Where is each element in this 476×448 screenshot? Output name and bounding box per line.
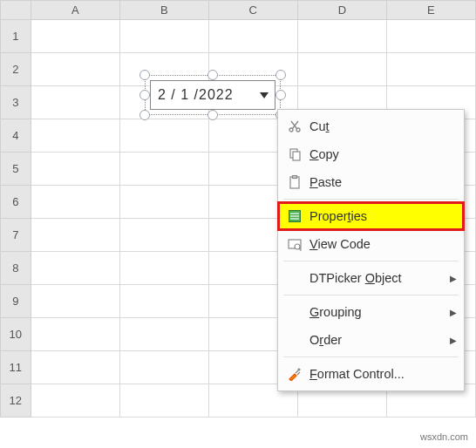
menu-item-properties[interactable]: Properties [278,202,464,230]
row-header-11[interactable]: 11 [1,351,31,384]
cell[interactable] [297,53,386,86]
cell[interactable] [119,186,208,219]
cell[interactable] [31,351,119,384]
dropdown-arrow-icon[interactable] [257,88,271,102]
resize-handle-w[interactable] [139,90,150,100]
cell[interactable] [31,186,119,219]
row-header-8[interactable]: 8 [1,252,31,285]
row-header-5[interactable]: 5 [1,153,31,186]
svg-point-1 [296,128,300,132]
menu-separator [283,356,459,357]
menu-separator [283,295,459,295]
row-header-9[interactable]: 9 [1,285,31,318]
view-code-icon [283,237,306,251]
menu-label: Grouping [306,305,450,319]
menu-separator [283,261,459,261]
col-header-A[interactable]: A [31,1,119,20]
cell[interactable] [31,252,119,285]
menu-label: View Code [306,237,457,251]
cell[interactable] [31,119,119,153]
resize-handle-ne[interactable] [275,70,286,80]
cell[interactable] [119,318,208,351]
menu-item-view-code[interactable]: View Code [278,230,464,258]
dtpicker-value: 2 / 1 /2022 [158,87,257,103]
menu-item-dtpicker-object[interactable]: DTPicker Object ▶ [278,264,464,292]
watermark: wsxdn.com [418,431,471,443]
cell[interactable] [208,20,297,53]
svg-point-0 [289,128,293,132]
scissors-icon [283,119,306,133]
cell[interactable] [386,53,475,86]
menu-item-cut[interactable]: Cut [278,112,464,140]
resize-handle-s[interactable] [207,110,218,120]
svg-point-15 [298,369,300,370]
row-header-1[interactable]: 1 [1,20,31,53]
col-header-B[interactable]: B [119,1,208,20]
copy-icon [283,147,306,161]
cell[interactable] [119,219,208,252]
resize-handle-nw[interactable] [139,70,150,80]
menu-label: Properties [306,209,457,223]
cell[interactable] [31,318,119,351]
menu-item-copy[interactable]: Copy [278,140,464,168]
menu-label: Order [306,333,450,347]
menu-label: DTPicker Object [306,271,450,285]
row-header-10[interactable]: 10 [1,318,31,351]
cell[interactable] [119,20,208,53]
select-all-corner[interactable] [1,1,31,20]
cell[interactable] [31,86,119,119]
cell[interactable] [31,219,119,252]
row-header-2[interactable]: 2 [1,53,31,86]
submenu-arrow-icon: ▶ [450,308,457,317]
menu-label: Format Control... [306,367,457,381]
col-header-E[interactable]: E [386,1,475,20]
resize-handle-sw[interactable] [139,110,150,120]
menu-separator [283,199,459,200]
menu-label: Paste [306,175,457,189]
submenu-arrow-icon: ▶ [450,336,457,345]
resize-handle-e[interactable] [275,90,286,100]
cell[interactable] [31,153,119,186]
cell[interactable] [119,351,208,384]
cell[interactable] [119,252,208,285]
clipboard-icon [283,175,306,189]
resize-handle-n[interactable] [207,70,218,80]
menu-label: Copy [306,147,457,161]
row-header-4[interactable]: 4 [1,119,31,153]
cell[interactable] [386,20,475,53]
row-header-3[interactable]: 3 [1,86,31,119]
cell[interactable] [31,285,119,318]
svg-rect-5 [293,152,300,160]
context-menu: Cut Copy Paste Properties View Code DTPi… [277,109,465,391]
cell[interactable] [119,153,208,186]
col-header-D[interactable]: D [297,1,386,20]
cell[interactable] [119,119,208,153]
cell[interactable] [31,20,119,53]
svg-rect-7 [293,176,297,179]
row-header-12[interactable]: 12 [1,384,31,417]
cell[interactable] [119,285,208,318]
menu-item-format-control[interactable]: Format Control... [278,360,464,388]
format-icon [283,367,306,381]
row-header-7[interactable]: 7 [1,219,31,252]
cell[interactable] [119,384,208,417]
col-header-C[interactable]: C [208,1,297,20]
properties-icon [283,209,306,223]
menu-item-order[interactable]: Order ▶ [278,326,464,354]
cell[interactable] [297,20,386,53]
dtpicker-control[interactable]: 2 / 1 /2022 [150,80,275,110]
cell[interactable] [31,384,119,417]
menu-item-grouping[interactable]: Grouping ▶ [278,298,464,326]
submenu-arrow-icon: ▶ [450,274,457,283]
row-header-6[interactable]: 6 [1,186,31,219]
cell[interactable] [31,53,119,86]
menu-item-paste[interactable]: Paste [278,168,464,196]
menu-label: Cut [306,119,457,133]
